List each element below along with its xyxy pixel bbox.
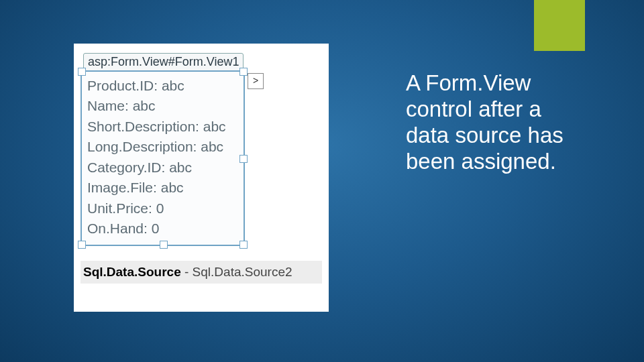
field-row: Image.File: abc bbox=[87, 178, 238, 198]
field-row: On.Hand: 0 bbox=[87, 219, 238, 239]
resize-handle[interactable] bbox=[78, 241, 86, 249]
designer-screenshot: asp:Form.View#Form.View1 > Product.ID: a… bbox=[74, 44, 329, 312]
resize-handle[interactable] bbox=[239, 241, 248, 249]
resize-handle[interactable] bbox=[239, 155, 248, 163]
datasource-bar: Sql.Data.Source - Sql.Data.Source2 bbox=[80, 261, 322, 284]
datasource-instance: - Sql.Data.Source2 bbox=[181, 265, 292, 279]
field-row: Unit.Price: 0 bbox=[87, 198, 238, 219]
slide: A Form.View control after a data source … bbox=[0, 0, 644, 362]
field-row: Name: abc bbox=[87, 96, 238, 116]
datasource-name: Sql.Data.Source bbox=[83, 265, 181, 279]
resize-handle[interactable] bbox=[78, 68, 86, 76]
field-row: Product.ID: abc bbox=[87, 76, 238, 96]
control-tag: asp:Form.View#Form.View1 bbox=[83, 53, 244, 71]
resize-handle[interactable] bbox=[160, 241, 168, 249]
resize-handle[interactable] bbox=[239, 68, 248, 76]
smart-tag-button[interactable]: > bbox=[248, 73, 264, 89]
formview-box: > Product.ID: abcName: abcShort.Descript… bbox=[80, 70, 245, 246]
field-row: Category.ID: abc bbox=[87, 158, 238, 178]
chevron-right-icon: > bbox=[253, 75, 258, 86]
field-row: Short.Description: abc bbox=[87, 117, 238, 137]
field-row: Long.Description: abc bbox=[87, 137, 238, 157]
accent-bar bbox=[534, 0, 585, 51]
caption-text: A Form.View control after a data source … bbox=[406, 70, 587, 175]
